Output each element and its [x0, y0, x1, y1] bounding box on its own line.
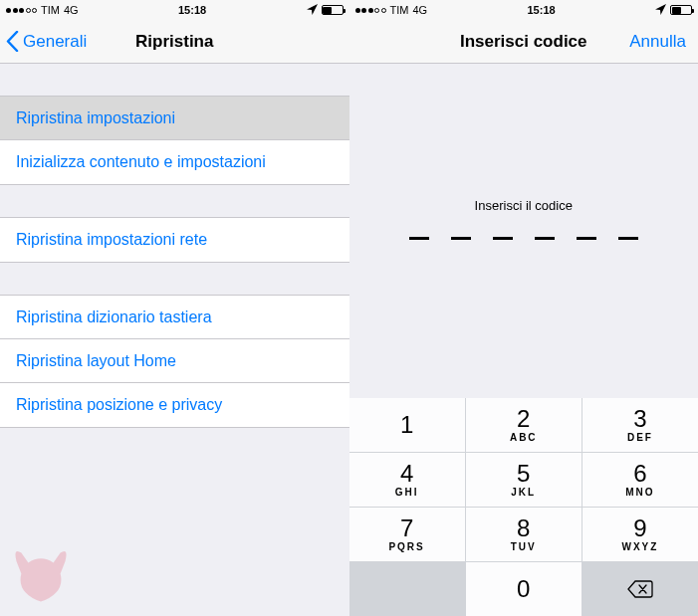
- row-erase-all[interactable]: Inizializza contenuto e impostazioni: [0, 140, 349, 184]
- key-2[interactable]: 2ABC: [466, 398, 582, 452]
- passcode-entry-screen: TIM 4G 15:18 Inserisci codice Annulla In…: [349, 0, 699, 616]
- backspace-icon: [627, 580, 653, 598]
- clock-label: 15:18: [178, 4, 206, 16]
- battery-icon: [322, 5, 344, 15]
- key-8[interactable]: 8TUV: [466, 508, 582, 561]
- passcode-prompt: Inserisci il codice: [475, 198, 573, 213]
- signal-dots-icon: [355, 8, 386, 13]
- key-4[interactable]: 4GHI: [349, 453, 465, 507]
- status-bar: TIM 4G 15:18: [0, 0, 349, 20]
- row-reset-location[interactable]: Ripristina posizione e privacy: [0, 383, 349, 427]
- status-right: [307, 4, 344, 17]
- key-letters: WXYZ: [621, 541, 658, 552]
- key-num: 4: [400, 462, 413, 486]
- row-reset-keyboard[interactable]: Ripristina dizionario tastiera: [0, 296, 349, 339]
- location-icon: [307, 4, 318, 17]
- key-backspace[interactable]: [582, 562, 698, 616]
- reset-list: Ripristina impostazioni Inizializza cont…: [0, 64, 349, 428]
- key-empty: [349, 562, 465, 616]
- signal-dots-icon: [6, 8, 37, 13]
- back-button[interactable]: Generali: [6, 31, 87, 52]
- status-right: [655, 4, 692, 17]
- key-letters: TUV: [511, 541, 537, 552]
- location-icon: [655, 4, 666, 17]
- reset-settings-screen: TIM 4G 15:18 Generali Ripristina Riprist…: [0, 0, 349, 616]
- passcode-dash: [493, 237, 513, 240]
- key-5[interactable]: 5JKL: [466, 453, 582, 507]
- key-6[interactable]: 6MNO: [582, 453, 698, 507]
- numeric-keypad: 1 2ABC 3DEF 4GHI 5JKL 6MNO 7PQRS 8TUV 9W…: [349, 398, 699, 616]
- key-letters: PQRS: [388, 541, 424, 552]
- nav-bar: Inserisci codice Annulla: [349, 20, 699, 64]
- passcode-dash: [451, 237, 471, 240]
- key-7[interactable]: 7PQRS: [349, 508, 465, 561]
- carrier-label: TIM: [390, 4, 409, 16]
- key-letters: MNO: [625, 487, 654, 498]
- list-group-3: Ripristina dizionario tastiera Ripristin…: [0, 295, 349, 428]
- passcode-dash: [618, 237, 638, 240]
- status-left: TIM 4G: [6, 4, 79, 16]
- row-reset-settings[interactable]: Ripristina impostazioni: [0, 97, 349, 140]
- key-0[interactable]: 0: [466, 562, 582, 616]
- clock-label: 15:18: [528, 4, 556, 16]
- network-label: 4G: [412, 4, 427, 16]
- key-letters: DEF: [627, 432, 653, 443]
- key-num: 2: [517, 407, 530, 431]
- carrier-label: TIM: [41, 4, 60, 16]
- key-num: 6: [633, 462, 646, 486]
- key-letters: ABC: [510, 432, 538, 443]
- key-num: 9: [633, 516, 646, 540]
- key-letters: JKL: [511, 487, 536, 498]
- key-num: 0: [517, 577, 530, 601]
- key-num: 3: [633, 407, 646, 431]
- row-reset-home[interactable]: Ripristina layout Home: [0, 339, 349, 383]
- status-bar: TIM 4G 15:18: [349, 0, 699, 20]
- list-group-2: Ripristina impostazioni rete: [0, 217, 349, 263]
- nav-bar: Generali Ripristina: [0, 20, 349, 64]
- passcode-area: Inserisci il codice: [349, 64, 699, 398]
- key-1[interactable]: 1: [349, 398, 465, 452]
- key-3[interactable]: 3DEF: [582, 398, 698, 452]
- back-label: Generali: [23, 32, 87, 52]
- key-num: 8: [517, 516, 530, 540]
- row-reset-network[interactable]: Ripristina impostazioni rete: [0, 218, 349, 262]
- key-num: 1: [400, 413, 413, 437]
- key-num: 5: [517, 462, 530, 486]
- watermark-icon: [6, 540, 76, 610]
- passcode-dashes: [409, 237, 638, 240]
- list-group-1: Ripristina impostazioni Inizializza cont…: [0, 96, 349, 185]
- key-num: 7: [400, 516, 413, 540]
- key-letters: GHI: [395, 487, 419, 498]
- cancel-button[interactable]: Annulla: [629, 32, 686, 52]
- chevron-left-icon: [6, 31, 19, 52]
- passcode-dash: [409, 237, 429, 240]
- status-left: TIM 4G: [355, 4, 428, 16]
- key-9[interactable]: 9WXYZ: [582, 508, 698, 561]
- battery-icon: [670, 5, 692, 15]
- network-label: 4G: [64, 4, 79, 16]
- passcode-dash: [535, 237, 555, 240]
- passcode-dash: [577, 237, 596, 240]
